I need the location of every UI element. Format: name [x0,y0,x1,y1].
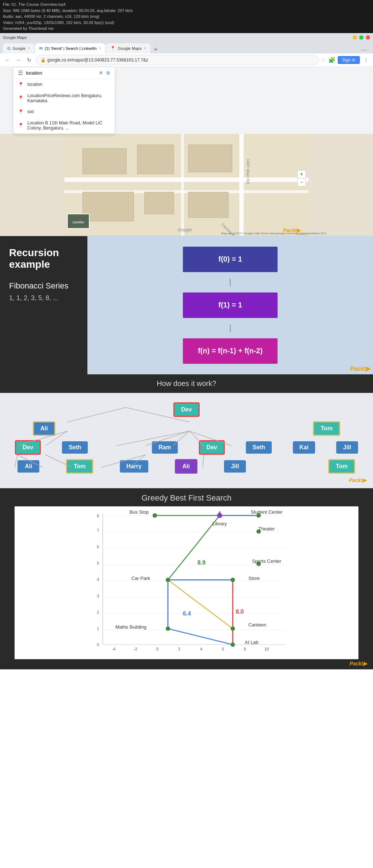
svg-text:Canteen: Canteen [248,622,266,628]
packt-logo-tree: Packt▶ [4,476,369,485]
svg-point-80 [153,513,157,518]
forward-btn[interactable]: → [14,56,23,64]
node-ali-1: Ali [33,421,55,436]
suggestion-text-2: LocationPriceReviews.com Bengaluru, Karn… [27,93,110,103]
tab-favicon-maps: 📍 [110,46,115,51]
suggestion-text-4: Location B 11th Main Road, Model LIC Col… [27,120,110,131]
suggestion-text-3: sixt [27,109,110,114]
svg-text:Library: Library [212,521,227,526]
svg-text:8.9: 8.9 [197,560,205,566]
tab-close-linkedin[interactable]: × [99,46,101,50]
close-btn[interactable] [366,35,370,40]
back-btn[interactable]: ← [3,56,12,64]
svg-text:Maths Building: Maths Building [115,624,146,630]
meta-file: File: 01. The Course Overview.mp4 [3,1,370,8]
svg-text:0: 0 [156,647,158,651]
gbfs-svg: 0 1 2 3 4 5 6 7 8 -4 -2 0 2 4 6 8 10 [15,506,358,659]
tab-favicon-google: G [7,46,11,51]
location-icon-4: 📍 [18,123,24,128]
svg-text:−: − [300,179,303,185]
star-icon[interactable]: ☆ [321,56,326,63]
node-ram-2: Ram [152,441,178,454]
suggestion-sixt[interactable]: 📍 sixt [13,106,115,118]
svg-rect-1 [64,178,309,182]
svg-text:10: 10 [264,647,269,651]
address-text: google.co.in/maps/@13.040823,77.5368163,… [47,57,148,63]
meta-audio: Audio: aac, 44000 Hz, 2 channels, s16, 1… [3,13,370,20]
hamburger-icon[interactable]: ☰ [18,69,23,76]
svg-rect-7 [188,145,232,172]
tab-favicon-linkedin: in [39,46,43,50]
window-controls [353,35,370,40]
node-dev-2a: Dev [15,440,41,455]
svg-text:4: 4 [97,577,99,582]
minimize-btn[interactable] [353,35,357,40]
suggestion-locationb[interactable]: 📍 Location B 11th Main Road, Model LIC C… [13,118,115,134]
node-harry-3: Harry [120,460,148,473]
browser-menu-btn[interactable]: ⋯ [358,47,370,53]
tree-row-0: Dev [173,402,199,417]
svg-point-86 [166,626,170,631]
suggestion-location[interactable]: 📍 location [13,79,115,90]
tab-close-maps[interactable]: × [144,46,146,50]
suggestion-locationreviews[interactable]: 📍 LocationPriceReviews.com Bengaluru, Ka… [13,90,115,106]
fib-connector-2 [230,324,231,332]
lock-icon: 🔒 [40,57,46,63]
svg-rect-8 [83,192,134,221]
address-bar[interactable]: 🔒 google.co.in/maps/@13.040823,77.536816… [36,55,319,65]
extensions-icon[interactable]: 🧩 [328,56,335,63]
svg-text:2: 2 [178,647,180,651]
location-icon-3: 📍 [18,109,24,115]
svg-point-84 [166,578,170,582]
tab-label-linkedin: (1) 'friend' | Search | LinkedIn [45,46,97,51]
svg-text:6: 6 [222,647,224,651]
svg-text:222/211: 222/211 [298,232,308,236]
node-dev-root: Dev [173,402,199,417]
node-seth-2b: Seth [246,441,272,454]
svg-text:-2: -2 [134,647,137,651]
svg-text:8: 8 [244,647,246,651]
fibonacci-series: 1, 1, 2, 3, 5, 8, ... [9,294,78,302]
node-ali-3a: Ali [17,460,39,473]
svg-point-87 [231,626,235,631]
svg-text:Bus Stop: Bus Stop [130,509,149,515]
tab-maps[interactable]: 📍 Google Maps × [106,43,150,53]
tab-google[interactable]: G Google × [3,43,34,53]
signin-btn[interactable]: Sign in [338,56,360,64]
svg-text:Car Park: Car Park [131,576,150,581]
new-tab-btn[interactable]: + [151,46,161,53]
search-clear-icon[interactable]: ✕ [99,70,103,76]
tab-close-google[interactable]: × [28,46,30,50]
map-area[interactable]: HMT Main Rd Factory Rd + − Google Map da… [0,134,373,236]
meta-size: Size: 986 1086 bytes (9.40 MiB), duratio… [3,8,370,14]
svg-text:0: 0 [97,642,99,647]
search-icon[interactable]: ⊕ [106,70,110,76]
fib-connector-1 [230,279,231,286]
browser-chrome: Google Maps G Google × in (1) 'friend' |… [0,33,373,236]
svg-text:-4: -4 [112,647,115,651]
search-input-row: ☰ ✕ ⊕ [13,67,115,79]
recursion-right: f(0) = 1 f(1) = 1 f(n) = f(n-1) + f(n-2)… [87,236,373,374]
tree-row-3: Ali Tom Harry Ali Jill Tom [4,459,369,474]
svg-text:2: 2 [97,610,99,614]
browser-more-icon[interactable]: ⋮ [362,57,370,63]
svg-text:8: 8 [97,514,99,518]
svg-text:Google: Google [178,227,192,232]
search-input[interactable] [26,70,96,76]
tab-linkedin[interactable]: in (1) 'friend' | Search | LinkedIn × [35,43,105,53]
packt-logo-recursion: Packt▶ [350,365,370,372]
svg-rect-10 [188,192,228,218]
browser-title-text: Google Maps [3,35,27,40]
tab-label-google: Google [13,46,25,51]
svg-text:Student Center: Student Center [251,509,283,515]
refresh-btn[interactable]: ↻ [25,56,34,64]
node-seth-2a: Seth [62,441,88,454]
svg-text:6: 6 [97,545,99,549]
fib-box-n: f(n) = f(n-1) + f(n-2) [183,338,278,364]
meta-bar: File: 01. The Course Overview.mp4 Size: … [0,0,373,33]
maximize-btn[interactable] [359,35,364,40]
recursion-slide: Recursion example Fibonacci Series 1, 1,… [0,236,373,374]
svg-text:4: 4 [200,647,202,651]
how-works-bar: How does it work? [0,374,373,393]
svg-text:Satellite: Satellite [72,220,84,224]
